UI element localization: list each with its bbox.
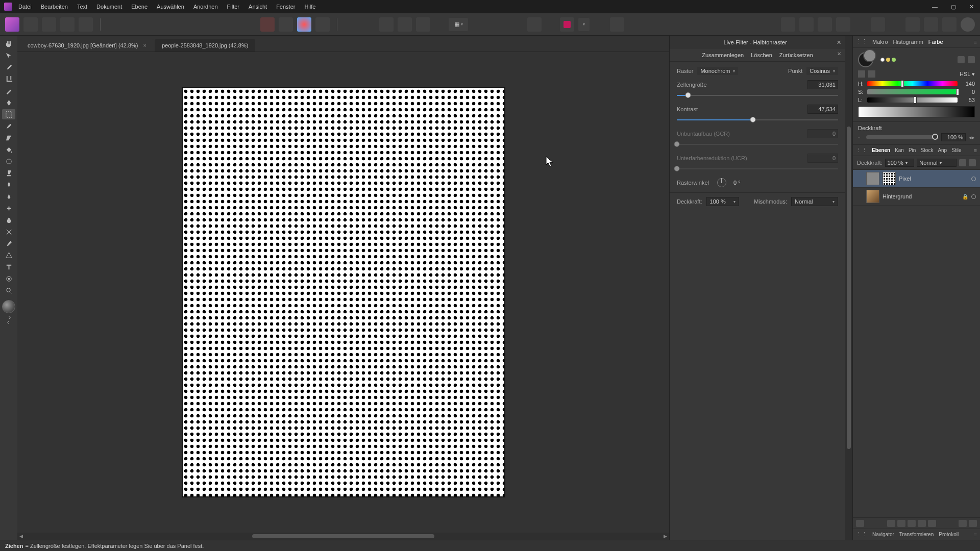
autolevels-icon[interactable] (279, 17, 293, 32)
slider-handle[interactable] (956, 88, 959, 95)
swap-colors[interactable] (2, 315, 15, 325)
menu-window[interactable]: Fenster (276, 4, 295, 10)
tab-histogramm[interactable]: Histogramm (893, 39, 923, 45)
close-button[interactable]: ✕ (967, 4, 976, 10)
slider-handle[interactable] (750, 117, 755, 122)
crop-tool[interactable] (2, 74, 15, 84)
layer-fx-icon[interactable] (959, 159, 966, 166)
zellen-value[interactable]: 31,031 (807, 80, 838, 89)
opacity-stepper-icon[interactable]: ◂▸ (969, 134, 975, 141)
selection-intersect-icon[interactable] (416, 17, 430, 32)
delete-layer-icon[interactable] (969, 520, 977, 527)
merge-icon[interactable] (959, 520, 967, 527)
layer-row[interactable]: Hintergrund 🔒 (853, 188, 980, 206)
tab-farbe[interactable]: Farbe (928, 39, 943, 45)
tab-anp[interactable]: Anp (938, 147, 947, 153)
eyedropper-tool[interactable] (2, 238, 15, 248)
tab-stock[interactable]: Stock (920, 147, 933, 153)
tab-protokoll[interactable]: Protokoll (939, 532, 959, 537)
grip-icon[interactable]: ⋮⋮ (856, 531, 867, 538)
fx-icon[interactable] (887, 520, 895, 527)
layer-opacity-dropdown[interactable]: 100 % (885, 159, 915, 167)
tab-kan[interactable]: Kan (895, 147, 904, 153)
scroll-left-icon[interactable]: ◀ (19, 534, 23, 539)
merge-button[interactable]: Zusammenlegen (702, 52, 744, 58)
erase-tool[interactable] (2, 133, 15, 143)
recent-color[interactable] (892, 58, 896, 62)
pen-tool[interactable] (2, 191, 15, 202)
grip-icon[interactable]: ⋮⋮ (856, 38, 867, 45)
paint-brush-tool[interactable] (2, 121, 15, 131)
layer-check[interactable] (971, 194, 976, 199)
lig-slider[interactable]: L: 53 (858, 97, 975, 103)
angle-value[interactable]: 0 ° (733, 180, 741, 186)
menu-file[interactable]: Datei (18, 4, 32, 10)
reset-button[interactable]: Zurücksetzen (779, 52, 813, 58)
account-avatar[interactable] (961, 17, 975, 32)
viewport[interactable] (17, 52, 669, 533)
slider-handle[interactable] (685, 92, 691, 98)
menu-select[interactable]: Auswählen (157, 4, 184, 10)
minimize-button[interactable]: — (930, 4, 940, 10)
visibility-icon[interactable] (857, 193, 863, 199)
persona-tone-icon[interactable] (60, 17, 75, 32)
selection-sub-icon[interactable] (398, 17, 412, 32)
autocolor-icon[interactable] (260, 17, 275, 32)
panel-close-icon[interactable]: ✕ (837, 39, 841, 46)
menu-view[interactable]: Ansicht (249, 4, 267, 10)
close-tab-icon[interactable]: × (143, 42, 146, 48)
color-none-icon[interactable] (958, 56, 965, 63)
menu-help[interactable]: Hilfe (304, 4, 315, 10)
scroll-thumb[interactable] (847, 127, 851, 449)
kontrast-value[interactable]: 47,534 (807, 105, 838, 114)
zellen-slider[interactable] (677, 91, 838, 99)
mesh-tool[interactable] (2, 227, 15, 237)
tab-stile[interactable]: Stile (951, 147, 961, 153)
sync3-icon[interactable] (942, 17, 957, 32)
marquee-tool[interactable] (2, 109, 15, 119)
scrollbar-vertical[interactable] (845, 36, 852, 540)
tab-transform[interactable]: Transformieren (899, 532, 934, 537)
primary-swatch[interactable] (858, 52, 873, 67)
layer-row[interactable]: Pixel (853, 170, 980, 188)
tab-pin[interactable]: Pin (909, 147, 916, 153)
l-value[interactable]: 53 (961, 97, 975, 103)
panel-menu-icon[interactable]: ≡ (974, 147, 977, 154)
blur-tool[interactable] (2, 215, 15, 225)
sync1-icon[interactable] (905, 17, 920, 32)
healing-tool[interactable] (2, 203, 15, 213)
persona-photo-icon[interactable] (5, 17, 19, 32)
panel-menu-icon[interactable]: ≡ (974, 39, 977, 45)
tab-navigator[interactable]: Navigator (872, 532, 894, 537)
s-value[interactable]: 0 (961, 89, 975, 95)
persona-export-icon[interactable] (79, 17, 93, 32)
arrange3-icon[interactable] (818, 17, 832, 32)
color-wheel-icon[interactable] (868, 70, 875, 78)
mask-icon[interactable] (897, 520, 905, 527)
kontrast-slider[interactable] (677, 116, 838, 124)
tab-makro[interactable]: Makro (872, 39, 888, 45)
arrange2-icon[interactable] (799, 17, 814, 32)
maximize-button[interactable]: ▢ (949, 4, 958, 10)
color-picker-tool[interactable] (2, 62, 15, 72)
vector-tool[interactable] (2, 273, 15, 284)
layer-gear-icon[interactable] (969, 159, 976, 166)
foreground-swatch[interactable] (2, 300, 15, 313)
visibility-icon[interactable] (857, 176, 863, 182)
opacity-slider[interactable] (866, 135, 938, 139)
menu-edit[interactable]: Bearbeiten (41, 4, 68, 10)
arrange4-icon[interactable] (836, 17, 850, 32)
persona-develop-icon[interactable] (42, 17, 56, 32)
move-tool[interactable] (2, 51, 15, 61)
slider-handle[interactable] (914, 96, 917, 104)
opacity-value[interactable]: 100 % (941, 133, 966, 141)
selection-brush-tool[interactable] (2, 86, 15, 96)
add-layer-icon[interactable] (856, 520, 864, 527)
smudge-tool[interactable] (2, 180, 15, 190)
filter-icon[interactable] (918, 520, 926, 527)
layer-name[interactable]: Pixel (899, 176, 968, 182)
angle-dial[interactable] (717, 178, 726, 187)
grip-icon[interactable]: ⋮⋮ (856, 147, 867, 154)
doc-tab-inactive[interactable]: people-2583848_1920.jpg (42.8%) (155, 39, 255, 52)
slider-handle[interactable] (901, 80, 904, 87)
